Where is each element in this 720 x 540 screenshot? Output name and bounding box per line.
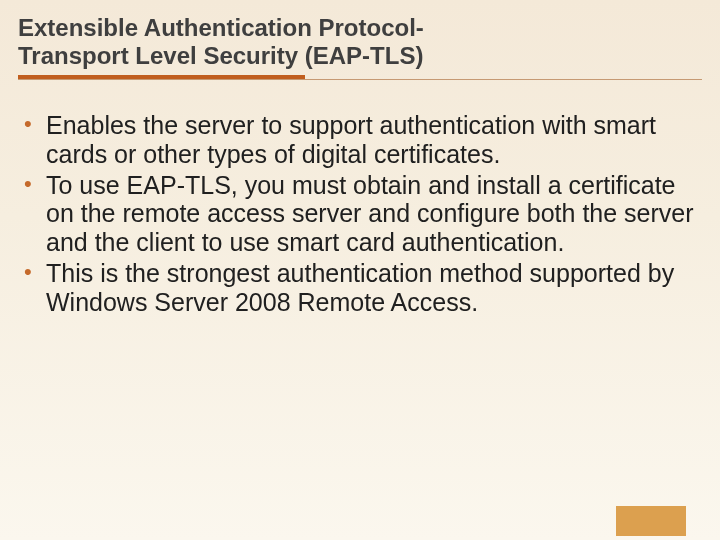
bullet-list: Enables the server to support authentica… [18, 111, 700, 316]
footer-accent [616, 506, 686, 536]
slide-title: Extensible Authentication Protocol- Tran… [18, 14, 702, 69]
list-item: Enables the server to support authentica… [18, 111, 700, 169]
slide-header: Extensible Authentication Protocol- Tran… [0, 0, 720, 89]
title-line-1: Extensible Authentication Protocol- [18, 14, 424, 41]
slide-content: Enables the server to support authentica… [0, 89, 720, 316]
title-divider [18, 75, 702, 81]
title-line-2: Transport Level Security (EAP-TLS) [18, 42, 423, 69]
list-item: This is the strongest authentication met… [18, 259, 700, 317]
list-item: To use EAP-TLS, you must obtain and inst… [18, 171, 700, 257]
